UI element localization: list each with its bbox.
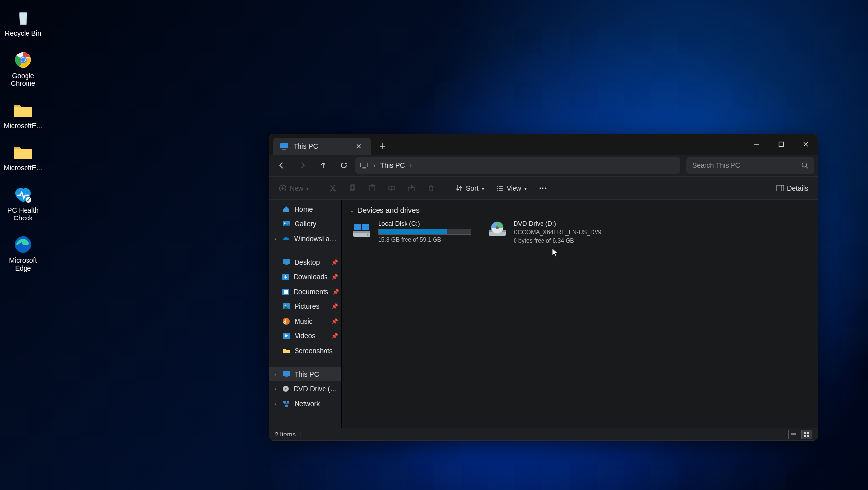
svg-point-39 [285,388,287,390]
svg-point-22 [542,188,543,189]
chevron-down-icon: ▾ [306,186,309,191]
more-button[interactable] [534,180,552,196]
sidebar-item-videos[interactable]: Videos 📌 [269,328,341,343]
new-tab-button[interactable] [374,138,391,155]
drive-dvd-d[interactable]: DVD Drive (D:) CCCOMA_X64FRE_EN-US_DV9 0… [485,218,608,246]
search-input[interactable] [692,162,796,169]
tab-this-pc[interactable]: This PC ✕ [273,138,371,155]
window-controls [744,134,818,155]
details-pane-button[interactable]: Details [771,180,813,196]
gallery-icon [282,219,291,228]
folder-icon [282,346,291,355]
svg-point-21 [539,188,541,189]
desktop-icon-microsoft-edge[interactable]: Microsoft Edge [1,232,45,274]
svg-rect-56 [807,435,809,437]
svg-rect-10 [362,167,366,168]
new-button[interactable]: New ▾ [274,180,314,196]
rename-button[interactable] [383,180,401,196]
desktop-icon-pc-health[interactable]: PC Health Check [1,182,45,224]
chevron-down-icon: ⌄ [350,207,354,214]
sidebar-item-music[interactable]: Music 📌 [269,314,341,328]
sidebar-item-dvd-drive[interactable]: › DVD Drive (D:) C [269,381,341,396]
chrome-icon [12,49,34,71]
drive-local-disk-c[interactable]: Local Disk (C:) 15.3 GB free of 59.1 GB [350,218,472,246]
svg-point-3 [21,58,25,62]
forward-button[interactable] [294,157,311,174]
close-button[interactable] [793,134,818,155]
desktop[interactable]: Recycle Bin Google Chrome [0,0,868,490]
content-area[interactable]: ⌄ Devices and drives [342,200,818,428]
this-pc-icon [282,370,291,379]
breadcrumb-separator: › [373,162,376,169]
search-box[interactable] [686,157,814,174]
svg-point-47 [367,234,369,236]
sidebar-item-home[interactable]: Home [269,202,341,217]
svg-rect-44 [353,231,370,233]
sidebar-item-screenshots[interactable]: Screenshots [269,343,341,358]
refresh-button[interactable] [335,157,353,174]
cut-button[interactable] [324,180,342,196]
svg-point-26 [284,223,286,224]
share-button[interactable] [403,180,420,196]
dvd-drive-icon [487,220,508,241]
pin-icon: 📌 [331,333,338,339]
drive-free-space: 0 bytes free of 6.34 GB [514,237,606,244]
desktop-icon-label: Microsoft Edge [2,256,44,272]
svg-rect-45 [354,224,361,230]
chevron-right-icon: › [272,386,279,392]
copy-button[interactable] [344,180,361,196]
network-icon [282,399,291,408]
pin-icon: 📌 [331,274,338,280]
delete-button[interactable] [422,180,440,196]
search-icon [801,162,808,169]
sidebar-item-onedrive[interactable]: › WindowsLatest [269,231,341,246]
sidebar-item-this-pc[interactable]: › This PC [269,367,341,381]
desktop-icon-google-chrome[interactable]: Google Chrome [1,47,45,89]
sidebar-item-downloads[interactable]: Downloads 📌 [269,270,341,284]
drive-list: Local Disk (C:) 15.3 GB free of 59.1 GB [350,218,810,246]
drive-info: DVD Drive (D:) CCCOMA_X64FRE_EN-US_DV9 0… [514,220,606,244]
sidebar-item-gallery[interactable]: Gallery [269,217,341,231]
address-bar[interactable]: › This PC › [355,157,680,174]
downloads-icon [282,272,290,281]
sort-button[interactable]: Sort ▾ [450,180,489,196]
icons-view-toggle[interactable] [801,430,812,439]
sidebar-item-network[interactable]: › Network [269,396,341,411]
sidebar-item-documents[interactable]: Documents 📌 [269,284,341,299]
details-pane-icon [776,184,784,192]
hard-drive-icon [352,220,372,241]
svg-point-23 [545,188,546,189]
desktop-icon-label: MicrosoftE... [4,164,42,172]
back-button[interactable] [273,157,291,174]
svg-rect-27 [283,259,290,264]
details-view-toggle[interactable] [788,430,799,439]
maximize-button[interactable] [769,134,793,155]
section-devices-and-drives[interactable]: ⌄ Devices and drives [350,206,810,214]
svg-rect-42 [285,405,288,407]
navigation-bar: › This PC › [269,155,818,176]
item-count: 2 items [275,431,296,438]
desktop-icon-folder-2[interactable]: MicrosoftE... [1,139,45,174]
pc-health-check-icon [12,184,34,205]
pin-icon: 📌 [331,303,338,310]
desktop-icon-recycle-bin[interactable]: Recycle Bin [1,5,45,39]
svg-rect-46 [362,224,369,230]
sidebar-item-desktop[interactable]: Desktop 📌 [269,255,341,270]
paste-button[interactable] [363,180,381,196]
drive-volume-label: CCCOMA_X64FRE_EN-US_DV9 [514,229,606,236]
view-button[interactable]: View ▾ [491,180,532,196]
svg-rect-54 [807,432,809,434]
svg-rect-40 [283,401,286,403]
up-button[interactable] [314,157,332,174]
svg-rect-7 [282,149,286,150]
edge-icon [12,234,34,255]
music-icon [282,317,291,326]
drive-free-space: 15.3 GB free of 59.1 GB [378,236,471,243]
videos-icon [282,331,291,340]
tab-close-button[interactable]: ✕ [353,141,364,152]
desktop-icon-folder-1[interactable]: MicrosoftE... [1,97,45,132]
breadcrumb-this-pc[interactable]: This PC [380,162,405,169]
minimize-button[interactable] [744,134,769,155]
this-pc-icon [280,142,289,151]
sidebar-item-pictures[interactable]: Pictures 📌 [269,299,341,314]
